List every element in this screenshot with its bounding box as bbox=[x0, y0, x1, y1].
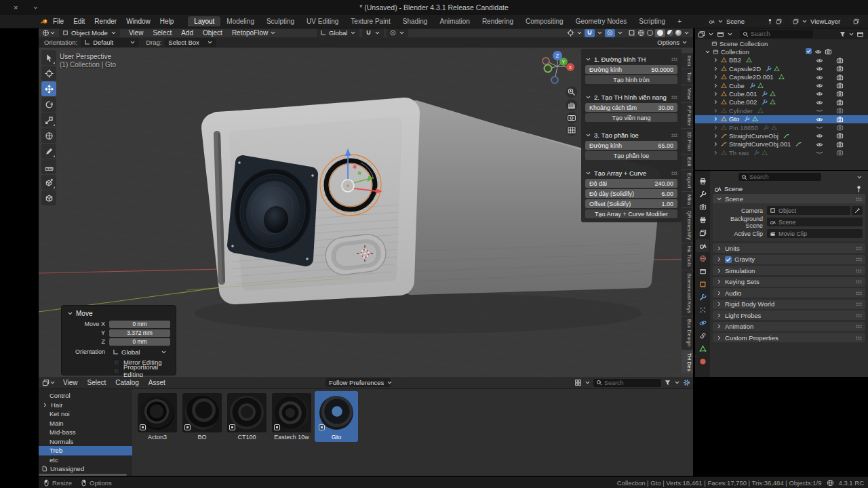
tab-world[interactable] bbox=[696, 252, 709, 265]
sidebar-tab-qremeshify[interactable]: QRemeshify bbox=[682, 208, 693, 243]
catalog-etc[interactable]: etc bbox=[39, 455, 132, 465]
pin-icon[interactable] bbox=[855, 185, 863, 192]
panel-simulation[interactable]: Simulation bbox=[713, 266, 865, 275]
mode-dropdown[interactable]: Object Mode bbox=[59, 28, 120, 37]
snap-toggle[interactable] bbox=[585, 29, 595, 37]
render-camera-icon[interactable] bbox=[836, 149, 844, 157]
editor-type-icon[interactable] bbox=[696, 175, 709, 188]
viewlayer-browse-icon[interactable] bbox=[793, 18, 799, 24]
viewlayer-name[interactable]: ViewLayer bbox=[810, 18, 850, 25]
sidebar-tab-boxdesign[interactable]: Box Design bbox=[682, 317, 693, 349]
proportional-edit-dropdown[interactable] bbox=[387, 28, 408, 37]
menu-help[interactable]: Help bbox=[155, 18, 179, 25]
outliner-row[interactable]: Cube.002 bbox=[695, 98, 868, 106]
new-collection-icon[interactable] bbox=[856, 30, 864, 38]
outliner-row[interactable]: BB2 bbox=[695, 56, 868, 64]
sidebar-tab-item[interactable]: Item bbox=[682, 53, 693, 68]
import-method-dropdown[interactable]: Follow Preferences bbox=[326, 378, 391, 387]
drag-handle-icon[interactable] bbox=[856, 325, 862, 328]
background-scene-field[interactable]: Scene bbox=[767, 218, 863, 226]
horizontal-scrollbar[interactable] bbox=[39, 474, 127, 476]
shading-material-button[interactable] bbox=[667, 30, 673, 36]
workspace-tab-scripting[interactable]: Scripting bbox=[633, 16, 671, 26]
viewlayer-selector[interactable]: ViewLayer bbox=[789, 17, 863, 26]
operator-button[interactable]: Tạo hình tròn bbox=[585, 75, 677, 84]
tool-scale[interactable] bbox=[41, 113, 56, 127]
asset-menu-catalog[interactable]: Catalog bbox=[111, 379, 143, 386]
camera-field[interactable]: Object bbox=[767, 206, 850, 215]
outliner-row[interactable]: Cylinder bbox=[695, 106, 868, 115]
tab-view-layer[interactable] bbox=[696, 226, 709, 239]
new-scene-icon[interactable] bbox=[776, 18, 782, 24]
viewport-menu-view[interactable]: View bbox=[124, 29, 149, 37]
drag-handle-icon[interactable] bbox=[856, 336, 862, 340]
tool-add-cube[interactable] bbox=[41, 175, 56, 190]
show-overlays-icon[interactable] bbox=[637, 29, 645, 37]
viewport-menu-object[interactable]: Object bbox=[198, 29, 227, 37]
outliner-row[interactable]: Pin 18650 bbox=[695, 123, 868, 131]
catalog-ket-noi[interactable]: Ket noi bbox=[39, 409, 132, 419]
tool-select-box[interactable] bbox=[41, 50, 56, 65]
move-z-field[interactable]: 0 mm bbox=[109, 338, 170, 346]
tool-annotate[interactable] bbox=[41, 144, 56, 159]
menu-edit[interactable]: Edit bbox=[68, 18, 90, 25]
display-size-icon[interactable] bbox=[574, 379, 582, 386]
tool-move[interactable] bbox=[41, 81, 56, 96]
tab-render[interactable] bbox=[696, 201, 709, 214]
panel-rigid-body-world[interactable]: Rigid Body World bbox=[713, 300, 865, 309]
outliner-row[interactable]: Cube bbox=[695, 81, 868, 89]
drag-handle-icon[interactable] bbox=[671, 58, 677, 61]
value-slider[interactable]: Đường kính50.0000 bbox=[585, 65, 677, 74]
gear-icon[interactable] bbox=[683, 379, 690, 386]
tool-extra[interactable] bbox=[41, 190, 56, 205]
hide-eye-icon[interactable] bbox=[816, 82, 823, 89]
catalog-mid-bass[interactable]: Mid-bass bbox=[39, 428, 132, 437]
tab-collection[interactable] bbox=[696, 265, 709, 278]
workspace-tab-sculpting[interactable]: Sculpting bbox=[260, 16, 300, 26]
tab-particles[interactable] bbox=[696, 304, 709, 317]
asset-item[interactable]: Acton3 bbox=[136, 391, 179, 442]
asset-item[interactable]: BO bbox=[180, 391, 224, 442]
tab-material[interactable] bbox=[696, 355, 709, 368]
operator-button[interactable]: Tạo Array + Curve Modifier bbox=[585, 209, 677, 218]
menu-window[interactable]: Window bbox=[121, 18, 155, 25]
tab-constraints[interactable] bbox=[696, 329, 709, 342]
outliner-row[interactable]: Capsule2D.001 bbox=[695, 73, 868, 81]
workspace-tab-uv-editing[interactable]: UV Editing bbox=[300, 16, 344, 26]
drag-dropdown[interactable]: Select Box bbox=[165, 38, 216, 47]
hide-eye-icon[interactable] bbox=[816, 99, 823, 106]
panel-animation[interactable]: Animation bbox=[713, 322, 865, 331]
sidebar-tab-view[interactable]: View bbox=[682, 85, 693, 102]
asset-menu-select[interactable]: Select bbox=[83, 379, 111, 386]
section-header[interactable]: 2. Tạo TH hình viền nang bbox=[585, 92, 677, 102]
chevron-right-icon[interactable] bbox=[713, 116, 719, 122]
render-camera-icon[interactable] bbox=[836, 124, 844, 131]
catalog-hair[interactable]: Hair bbox=[39, 401, 132, 410]
sidebar-tab-mira[interactable]: Mira bbox=[682, 192, 693, 207]
value-slider[interactable]: Độ dày (Solidify)6.00 bbox=[585, 189, 677, 198]
chevron-right-icon[interactable] bbox=[713, 150, 719, 156]
panel-units[interactable]: Units bbox=[713, 243, 865, 253]
pin-icon[interactable] bbox=[767, 18, 773, 24]
active-clip-field[interactable]: Movie Clip bbox=[767, 229, 863, 238]
chevron-down-icon[interactable] bbox=[705, 49, 711, 55]
value-slider[interactable]: Đường kính65.00 bbox=[585, 141, 677, 150]
asset-search[interactable] bbox=[593, 379, 661, 387]
hide-eye-icon[interactable] bbox=[814, 48, 822, 56]
workspace-tab-animation[interactable]: Animation bbox=[433, 16, 475, 26]
workspace-tab-layout[interactable]: Layout bbox=[188, 16, 220, 26]
tab-tool[interactable] bbox=[696, 188, 709, 201]
move-orientation-dropdown[interactable]: Global bbox=[109, 348, 170, 356]
drag-handle-icon[interactable] bbox=[671, 171, 677, 175]
tool-measure[interactable] bbox=[41, 159, 56, 174]
value-slider[interactable]: Độ dài240.00 bbox=[585, 179, 677, 188]
outliner-row[interactable]: Capsule2D bbox=[695, 64, 868, 73]
tab-object-data[interactable] bbox=[696, 342, 709, 355]
editor-type-icon[interactable] bbox=[42, 379, 50, 386]
shading-wireframe-button[interactable] bbox=[647, 30, 653, 36]
mirror-editing-checkbox[interactable] bbox=[113, 359, 119, 365]
chevron-right-icon[interactable] bbox=[713, 99, 719, 105]
outliner-row-collection[interactable]: Collection bbox=[695, 47, 868, 56]
filter-icon[interactable] bbox=[839, 30, 846, 38]
woofer-speaker[interactable] bbox=[229, 161, 316, 260]
